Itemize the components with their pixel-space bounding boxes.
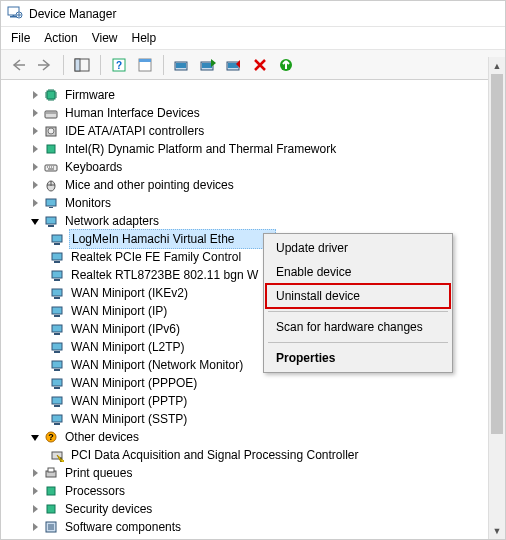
collapse-icon[interactable]: [27, 429, 43, 445]
uninstall-device-button[interactable]: [248, 54, 272, 76]
tree-item-pci-daq[interactable]: ! PCI Data Acquisition and Signal Proces…: [3, 446, 503, 464]
forward-button[interactable]: [33, 54, 57, 76]
mouse-icon: [43, 177, 59, 193]
expand-icon[interactable]: [27, 195, 43, 211]
network-adapter-icon: [49, 285, 65, 301]
cpu-icon: [43, 483, 59, 499]
svg-text:!: !: [60, 456, 62, 463]
tree-label: Mice and other pointing devices: [63, 176, 236, 194]
vertical-scrollbar[interactable]: ▲ ▼: [488, 57, 505, 539]
tree-item-print-queues[interactable]: Print queues: [3, 464, 503, 482]
svg-rect-38: [52, 307, 62, 314]
expand-icon[interactable]: [27, 105, 43, 121]
svg-rect-29: [48, 225, 54, 227]
svg-rect-58: [48, 468, 54, 472]
menu-action[interactable]: Action: [44, 31, 77, 45]
expand-icon[interactable]: [27, 483, 43, 499]
svg-rect-35: [54, 279, 60, 281]
network-adapter-icon: [49, 267, 65, 283]
tree-label: Human Interface Devices: [63, 104, 202, 122]
menu-file[interactable]: File: [11, 31, 30, 45]
svg-rect-44: [52, 361, 62, 368]
ctx-scan-hardware[interactable]: Scan for hardware changes: [266, 315, 450, 339]
menu-view[interactable]: View: [92, 31, 118, 45]
help-button[interactable]: ?: [107, 54, 131, 76]
expand-icon[interactable]: [27, 87, 43, 103]
tree-item-mice[interactable]: Mice and other pointing devices: [3, 176, 503, 194]
tree-label: WAN Miniport (Network Monitor): [69, 356, 245, 374]
expand-icon[interactable]: [27, 141, 43, 157]
expand-icon[interactable]: [27, 123, 43, 139]
menu-separator: [268, 342, 448, 343]
chip-icon: [43, 141, 59, 157]
tree-item-wan-sstp[interactable]: WAN Miniport (SSTP): [3, 410, 503, 428]
tree-label: WAN Miniport (IPv6): [69, 320, 182, 338]
ctx-update-driver[interactable]: Update driver: [266, 236, 450, 260]
warning-device-icon: !: [49, 447, 65, 463]
tree-label: Firmware: [63, 86, 117, 104]
svg-rect-36: [52, 289, 62, 296]
svg-rect-2: [13, 15, 15, 17]
tree-item-ide[interactable]: IDE ATA/ATAPI controllers: [3, 122, 503, 140]
svg-rect-48: [52, 397, 62, 404]
tree-item-software[interactable]: Software components: [3, 518, 503, 536]
tree-item-firmware[interactable]: Firmware: [3, 86, 503, 104]
expand-icon[interactable]: [27, 159, 43, 175]
tree-item-other-devices[interactable]: ? Other devices: [3, 428, 503, 446]
scroll-up-button[interactable]: ▲: [489, 57, 505, 74]
enable-device-button[interactable]: [196, 54, 220, 76]
expand-icon[interactable]: [27, 465, 43, 481]
svg-rect-47: [54, 387, 60, 389]
svg-rect-23: [47, 145, 55, 153]
toolbar: ?: [1, 50, 505, 80]
scroll-thumb[interactable]: [491, 74, 503, 434]
properties-button[interactable]: [133, 54, 157, 76]
back-button[interactable]: [7, 54, 31, 76]
tree-label: LogMeIn Hamachi Virtual Ethe: [69, 229, 276, 249]
expand-icon[interactable]: [27, 177, 43, 193]
tree-item-monitors[interactable]: Monitors: [3, 194, 503, 212]
expand-icon[interactable]: [27, 501, 43, 517]
tree-item-keyboards[interactable]: Keyboards: [3, 158, 503, 176]
tree-label: Processors: [63, 482, 127, 500]
printer-icon: [43, 465, 59, 481]
svg-point-22: [48, 128, 54, 134]
tree-item-intel[interactable]: Intel(R) Dynamic Platform and Thermal Fr…: [3, 140, 503, 158]
show-hide-tree-button[interactable]: [70, 54, 94, 76]
tree-item-wan-pppoe[interactable]: WAN Miniport (PPPOE): [3, 374, 503, 392]
collapse-icon[interactable]: [27, 213, 43, 229]
scroll-down-button[interactable]: ▼: [489, 522, 505, 539]
svg-rect-31: [54, 243, 60, 245]
tree-item-wan-pptp[interactable]: WAN Miniport (PPTP): [3, 392, 503, 410]
tree-label: Network adapters: [63, 212, 161, 230]
tree-item-security[interactable]: Security devices: [3, 500, 503, 518]
expand-icon[interactable]: [27, 519, 43, 535]
ctx-uninstall-device[interactable]: Uninstall device: [266, 284, 450, 308]
tree-label: Intel(R) Dynamic Platform and Thermal Fr…: [63, 140, 338, 158]
svg-rect-24: [45, 165, 57, 171]
update-driver-button[interactable]: [170, 54, 194, 76]
menu-help[interactable]: Help: [132, 31, 157, 45]
tree-item-network-adapters[interactable]: Network adapters: [3, 212, 503, 230]
tree-label: Security devices: [63, 500, 154, 518]
svg-rect-34: [52, 271, 62, 278]
svg-rect-49: [54, 405, 60, 407]
scan-hardware-button[interactable]: [274, 54, 298, 76]
svg-rect-51: [54, 423, 60, 425]
chip-icon: [43, 87, 59, 103]
network-adapter-icon: [49, 375, 65, 391]
disable-device-button[interactable]: [222, 54, 246, 76]
ctx-enable-device[interactable]: Enable device: [266, 260, 450, 284]
svg-text:?: ?: [48, 432, 54, 442]
tree-item-hid[interactable]: Human Interface Devices: [3, 104, 503, 122]
keyboard-icon: [43, 159, 59, 175]
menu-separator: [268, 311, 448, 312]
ctx-properties[interactable]: Properties: [266, 346, 450, 370]
svg-rect-50: [52, 415, 62, 422]
titlebar: Device Manager: [1, 1, 505, 27]
svg-rect-37: [54, 297, 60, 299]
tree-item-processors[interactable]: Processors: [3, 482, 503, 500]
network-adapter-icon: [49, 339, 65, 355]
svg-rect-20: [46, 112, 56, 114]
svg-rect-26: [46, 199, 56, 206]
